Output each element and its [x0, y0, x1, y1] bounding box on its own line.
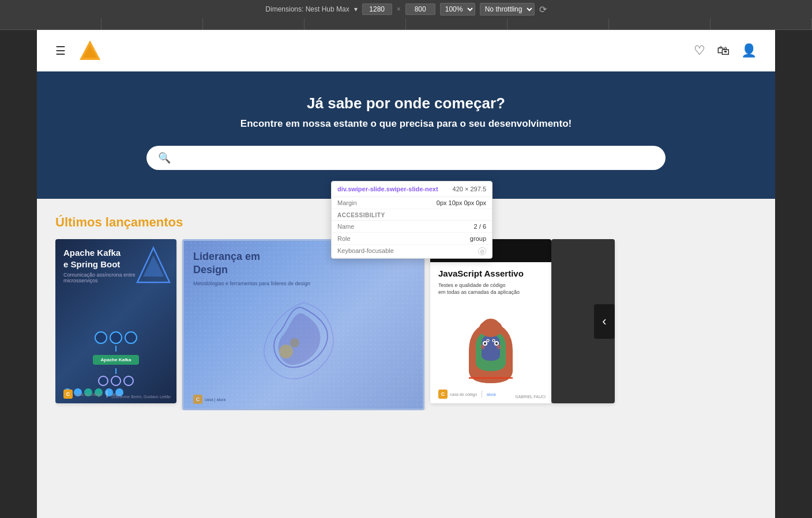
- tooltip-name-row: Name 2 / 6: [332, 221, 492, 233]
- book-kafka-subtitle: Comunicação assíncrona entre microsservi…: [63, 272, 168, 283]
- tooltip-role-value: group: [470, 235, 486, 242]
- tooltip-class-name: div.swiper-slide.swiper-slide-next: [337, 186, 438, 192]
- wishlist-icon[interactable]: ♡: [694, 43, 705, 58]
- search-icon: 🔍: [158, 152, 171, 164]
- devtools-toolbar: Dimensions: Nest Hub Max ▾ × 100% 75% 50…: [0, 0, 812, 18]
- js-title: JavaScript Assertivo: [438, 268, 543, 279]
- ruler-row: [0, 18, 812, 30]
- ruler-cell: [0, 18, 102, 29]
- keyboard-focusable-icon: ⊘: [478, 247, 486, 255]
- svg-point-19: [480, 345, 485, 349]
- book-card-js[interactable]: JavaScript Assertivo Testes e qualidade …: [430, 239, 551, 403]
- ruler-cell: [406, 18, 507, 29]
- book-card-partial: ‹: [551, 239, 615, 403]
- ruler-cell: [710, 18, 812, 29]
- ruler-cell: [304, 18, 406, 29]
- carousel-next-button[interactable]: ‹: [594, 304, 615, 339]
- kafka-author-label: Guilherme Borini, Gustavo Leitão: [111, 395, 171, 399]
- js-subtitle: Testes e qualidade de códigoem todas as …: [438, 282, 543, 296]
- tooltip-keyboard-row: Keyboard-focusable ⊘: [332, 245, 492, 258]
- book-card-lideranca[interactable]: Liderança emDesign Metodologias e ferram…: [182, 239, 424, 410]
- hero-title: Já sabe por onde começar?: [55, 94, 757, 112]
- height-input[interactable]: [405, 3, 435, 15]
- book-kafka-cover: Apache Kafkae Spring Boot Comunicação as…: [55, 239, 176, 403]
- search-bar: 🔍: [146, 146, 666, 170]
- zoom-select[interactable]: 100% 75% 50%: [440, 3, 475, 16]
- hamburger-icon[interactable]: ☰: [55, 44, 66, 58]
- site-header: ☰ ♡ 🛍 👤: [37, 30, 775, 71]
- books-carousel: Apache Kafkae Spring Boot Comunicação as…: [55, 239, 757, 410]
- svg-point-11: [484, 342, 486, 345]
- svg-point-4: [279, 345, 293, 358]
- tooltip-margin-label: Margin: [337, 199, 357, 206]
- ruler-cell: [102, 18, 203, 29]
- section-title-text: Últimos lançamentos: [55, 215, 183, 229]
- tooltip-dimensions: 420 × 297.5: [453, 186, 486, 192]
- tooltip-margin-value: 0px 10px 0px 0px: [437, 199, 486, 206]
- hero-subtitle: Encontre em nossa estante o que precisa …: [55, 118, 757, 130]
- ruler-cell: [507, 18, 609, 29]
- width-input[interactable]: [362, 3, 392, 15]
- tooltip-header: div.swiper-slide.swiper-slide-next 420 ×…: [332, 182, 492, 197]
- header-left: ☰: [55, 38, 103, 63]
- tooltip-role-row: Role group: [332, 233, 492, 245]
- throttle-select[interactable]: No throttling Fast 3G Slow 3G: [480, 3, 535, 16]
- tooltip-keyboard-label: Keyboard-focusable: [337, 247, 394, 255]
- lideranca-publisher: C casa | alura: [193, 395, 225, 404]
- lideranca-author: Metodologias e ferramentas para líderes …: [193, 281, 413, 286]
- logo[interactable]: [77, 38, 103, 63]
- hero-section: Já sabe por onde começar? Encontre em no…: [37, 71, 775, 199]
- kafka-box: Apache Kafka: [93, 355, 140, 365]
- svg-point-12: [495, 342, 498, 345]
- kafka-diagram: Apache Kafka: [55, 331, 176, 386]
- tooltip-role-label: Role: [337, 235, 351, 242]
- tooltip-name-label: Name: [337, 223, 354, 230]
- dimension-separator: ×: [397, 5, 401, 13]
- book-lideranca-cover: Liderança emDesign Metodologias e ferram…: [184, 241, 423, 409]
- book-card-kafka[interactable]: Apache Kafkae Spring Boot Comunicação as…: [55, 239, 176, 403]
- tooltip-accessibility-header: ACCESSIBILITY: [332, 209, 492, 221]
- devtools-tooltip: div.swiper-slide.swiper-slide-next 420 ×…: [331, 181, 493, 259]
- dropdown-arrow-icon[interactable]: ▾: [354, 5, 358, 13]
- js-figure: [456, 304, 525, 387]
- tooltip-name-value: 2 / 6: [474, 223, 486, 230]
- js-publisher: C casa do código alura: [438, 390, 496, 399]
- rotate-icon[interactable]: ⟳: [539, 4, 547, 15]
- ruler-cell: [203, 18, 304, 29]
- tooltip-margin-row: Margin 0px 10px 0px 0px: [332, 197, 492, 209]
- header-right: ♡ 🛍 👤: [694, 43, 757, 58]
- js-author: GABRIEL FAUCI: [515, 395, 546, 399]
- svg-point-15: [487, 340, 488, 341]
- lideranca-figure: [251, 297, 355, 391]
- book-kafka-title: Apache Kafkae Spring Boot: [63, 247, 168, 270]
- svg-point-16: [493, 340, 494, 341]
- chevron-right-icon: ‹: [602, 314, 606, 329]
- cart-icon[interactable]: 🛍: [717, 43, 730, 58]
- svg-point-18: [483, 319, 499, 330]
- account-icon[interactable]: 👤: [741, 43, 757, 58]
- svg-point-5: [290, 338, 299, 347]
- search-input[interactable]: [176, 153, 654, 163]
- svg-point-20: [497, 345, 501, 349]
- dimensions-label: Dimensions: Nest Hub Max: [265, 5, 349, 13]
- ruler-cell: [609, 18, 710, 29]
- browser-viewport: ☰ ♡ 🛍 👤 Já sabe por onde começar? Encont…: [37, 30, 775, 518]
- book-js-cover: JavaScript Assertivo Testes e qualidade …: [430, 239, 551, 403]
